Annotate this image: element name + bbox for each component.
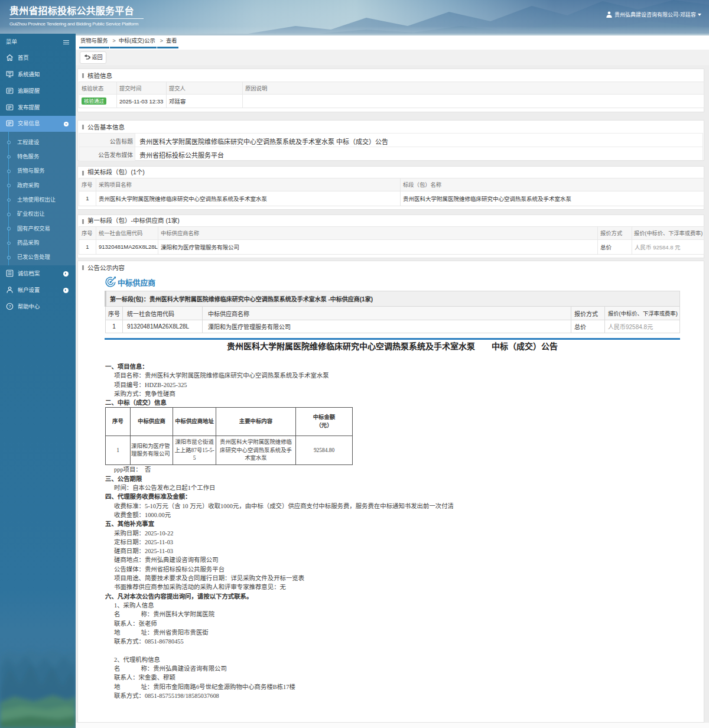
svg-text:?: ? <box>8 304 11 309</box>
